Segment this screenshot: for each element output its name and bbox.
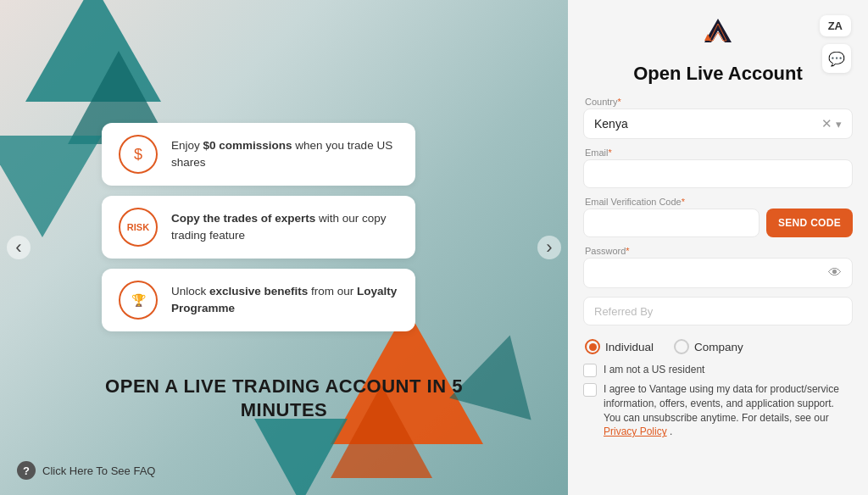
commissions-text: Enjoy $0 commissions when you trade US s… bbox=[171, 137, 398, 170]
referred-field-group bbox=[583, 297, 853, 325]
prev-arrow[interactable]: ‹ bbox=[7, 236, 31, 259]
send-code-button[interactable]: SEND CODE bbox=[766, 209, 853, 237]
faq-button[interactable]: ? Click Here To See FAQ bbox=[17, 461, 155, 480]
feature-card-copy-trading: RISK Copy the trades of experts with our… bbox=[102, 196, 415, 259]
email-label: Email* bbox=[583, 147, 853, 158]
copy-trading-text: Copy the trades of experts with our copy… bbox=[171, 210, 398, 243]
password-input-wrapper[interactable]: 👁 bbox=[583, 258, 853, 288]
radio-company-circle[interactable] bbox=[674, 339, 689, 354]
form-footer: I am not a US resident I agree to Vantag… bbox=[568, 359, 868, 458]
agree-checkbox[interactable] bbox=[583, 383, 597, 397]
radio-individual-circle[interactable] bbox=[585, 339, 600, 354]
next-arrow[interactable]: › bbox=[537, 236, 561, 259]
account-type-radio-group: Individual Company bbox=[583, 334, 853, 359]
country-badge[interactable]: ZA bbox=[820, 15, 851, 36]
faq-icon: ? bbox=[17, 461, 36, 480]
password-label: Password* bbox=[583, 246, 853, 256]
feature-card-commissions: $ Enjoy $0 commissions when you trade US… bbox=[102, 123, 415, 186]
us-resident-label: I am not a US resident bbox=[604, 363, 704, 377]
verification-field-group: Email Verification Code* SEND CODE bbox=[583, 197, 853, 237]
copy-trading-icon: RISK bbox=[119, 208, 158, 247]
agree-label: I agree to Vantage using my data for pro… bbox=[604, 382, 853, 439]
referred-input[interactable] bbox=[594, 304, 842, 318]
registration-form: Country* Kenya ✕ ▾ Email* Email Verifica… bbox=[568, 97, 868, 359]
country-input-wrapper[interactable]: Kenya ✕ ▾ bbox=[583, 108, 853, 139]
country-label: Country* bbox=[583, 97, 853, 107]
bottom-cta: OPEN A LIVE TRADING ACCOUNT IN 5 MINUTES bbox=[0, 375, 568, 423]
features-list: $ Enjoy $0 commissions when you trade US… bbox=[102, 123, 415, 331]
verification-input-wrapper[interactable] bbox=[583, 209, 760, 237]
decoration-tri-teal-3 bbox=[0, 136, 102, 237]
loyalty-text: Unlock exclusive benefits from our Loyal… bbox=[171, 283, 398, 316]
verification-code-input[interactable] bbox=[594, 216, 748, 230]
faq-label: Click Here To See FAQ bbox=[42, 464, 155, 477]
us-resident-checkbox-item: I am not a US resident bbox=[583, 363, 853, 377]
password-input[interactable] bbox=[594, 266, 828, 280]
logo bbox=[701, 15, 735, 49]
verification-row: SEND CODE bbox=[583, 209, 853, 237]
feature-card-loyalty: 🏆 Unlock exclusive benefits from our Loy… bbox=[102, 269, 415, 331]
radio-individual[interactable]: Individual bbox=[585, 339, 654, 354]
decoration-tri-teal-4 bbox=[254, 419, 348, 495]
chat-icon: 💬 bbox=[828, 51, 845, 67]
chevron-down-icon[interactable]: ▾ bbox=[836, 118, 842, 131]
country-value: Kenya bbox=[594, 117, 821, 131]
referred-input-wrapper[interactable] bbox=[583, 297, 853, 325]
radio-company-label: Company bbox=[694, 341, 743, 353]
right-panel: ZA 💬 Open Live Account Country* Kenya ✕ … bbox=[568, 0, 868, 495]
country-field-group: Country* Kenya ✕ ▾ bbox=[583, 97, 853, 139]
radio-company[interactable]: Company bbox=[674, 339, 743, 354]
email-field-group: Email* bbox=[583, 147, 853, 188]
left-panel: $ Enjoy $0 commissions when you trade US… bbox=[0, 0, 568, 495]
email-input-wrapper[interactable] bbox=[583, 159, 853, 188]
privacy-policy-link[interactable]: Privacy Policy bbox=[604, 425, 667, 437]
email-input[interactable] bbox=[594, 167, 842, 181]
chat-button[interactable]: 💬 bbox=[822, 44, 851, 73]
commissions-icon: $ bbox=[119, 135, 158, 174]
clear-country-icon[interactable]: ✕ bbox=[821, 116, 832, 131]
radio-individual-label: Individual bbox=[605, 341, 654, 353]
right-header: ZA 💬 bbox=[568, 0, 868, 58]
us-resident-checkbox[interactable] bbox=[583, 364, 597, 377]
agree-checkbox-item: I agree to Vantage using my data for pro… bbox=[583, 382, 853, 439]
password-field-group: Password* 👁 bbox=[583, 246, 853, 288]
verification-label: Email Verification Code* bbox=[583, 197, 853, 207]
toggle-password-icon[interactable]: 👁 bbox=[828, 265, 842, 281]
loyalty-icon: 🏆 bbox=[119, 281, 158, 320]
